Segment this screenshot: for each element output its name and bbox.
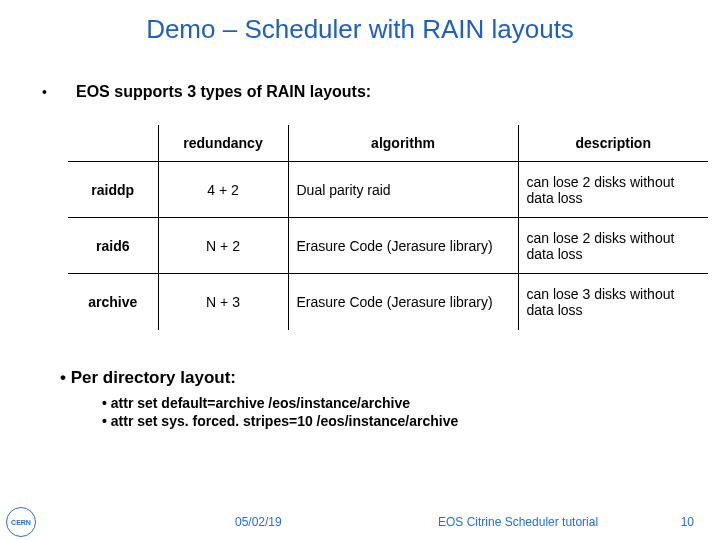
th-empty: [68, 125, 158, 162]
per-directory-title: • Per directory layout:: [60, 368, 680, 388]
sub-bullet: • attr set sys. forced. stripes=10 /eos/…: [102, 412, 680, 431]
bullet-dot: •: [42, 84, 48, 100]
row-algorithm: Dual parity raid: [288, 162, 518, 218]
slide-title: Demo – Scheduler with RAIN layouts: [0, 0, 720, 55]
per-directory-section: • Per directory layout: • attr set defau…: [60, 368, 680, 432]
footer-title: EOS Citrine Scheduler tutorial: [438, 515, 598, 529]
row-name: raiddp: [68, 162, 158, 218]
th-algorithm: algorithm: [288, 125, 518, 162]
row-description: can lose 2 disks without data loss: [518, 162, 708, 218]
row-redundancy: N + 3: [158, 274, 288, 330]
slide-content: • EOS supports 3 types of RAIN layouts: …: [0, 83, 720, 431]
row-name: archive: [68, 274, 158, 330]
row-algorithm: Erasure Code (Jerasure library): [288, 218, 518, 274]
row-algorithm: Erasure Code (Jerasure library): [288, 274, 518, 330]
footer-page-number: 10: [681, 515, 694, 529]
table-header-row: redundancy algorithm description: [68, 125, 708, 162]
table-row: raid6 N + 2 Erasure Code (Jerasure libra…: [68, 218, 708, 274]
footer-date: 05/02/19: [235, 515, 282, 529]
row-redundancy: 4 + 2: [158, 162, 288, 218]
th-redundancy: redundancy: [158, 125, 288, 162]
bullet-text: EOS supports 3 types of RAIN layouts:: [76, 83, 371, 101]
per-directory-bullets: • attr set default=archive /eos/instance…: [102, 394, 680, 432]
row-description: can lose 3 disks without data loss: [518, 274, 708, 330]
slide-footer: CERN 05/02/19 EOS Citrine Scheduler tuto…: [0, 504, 720, 540]
rain-layouts-table: redundancy algorithm description raiddp …: [68, 125, 708, 330]
cern-logo-icon: CERN: [6, 507, 36, 537]
th-description: description: [518, 125, 708, 162]
main-bullet: • EOS supports 3 types of RAIN layouts:: [40, 83, 680, 101]
table-row: raiddp 4 + 2 Dual parity raid can lose 2…: [68, 162, 708, 218]
row-description: can lose 2 disks without data loss: [518, 218, 708, 274]
table-row: archive N + 3 Erasure Code (Jerasure lib…: [68, 274, 708, 330]
row-redundancy: N + 2: [158, 218, 288, 274]
sub-bullet: • attr set default=archive /eos/instance…: [102, 394, 680, 413]
row-name: raid6: [68, 218, 158, 274]
